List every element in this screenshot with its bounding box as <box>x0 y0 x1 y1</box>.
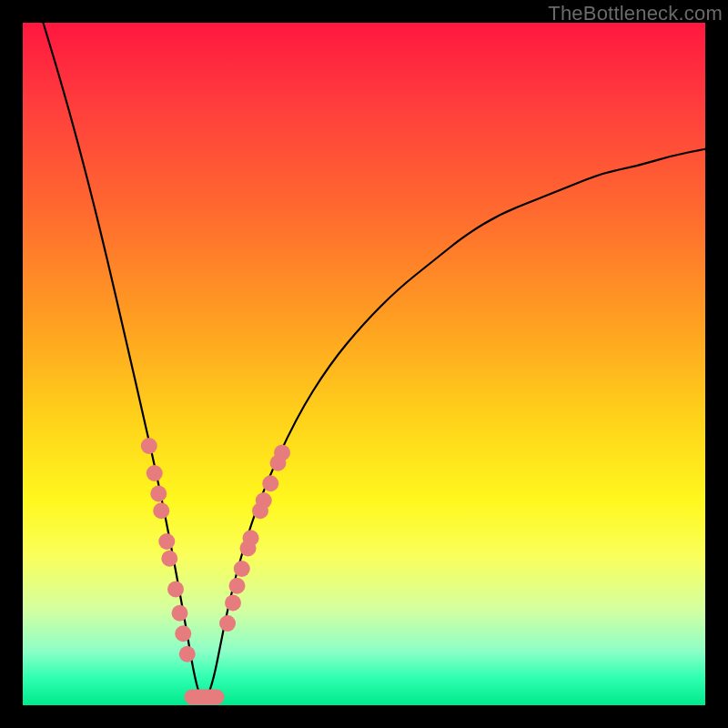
data-point-marker <box>225 595 241 612</box>
data-point-marker <box>147 465 163 481</box>
bottleneck-curve <box>44 23 706 699</box>
watermark-text: TheBottleneck.com <box>548 2 723 25</box>
data-point-marker <box>158 533 175 550</box>
data-point-marker <box>229 578 246 594</box>
data-point-marker <box>161 551 177 567</box>
data-point-marker <box>179 646 196 662</box>
marker-group <box>141 438 290 662</box>
data-point-marker <box>172 605 188 622</box>
data-point-marker <box>150 486 167 502</box>
data-point-marker <box>262 475 278 491</box>
data-point-marker <box>141 438 157 454</box>
data-point-marker <box>256 492 272 509</box>
data-point-marker <box>219 615 236 632</box>
data-point-marker <box>175 625 191 642</box>
data-point-marker <box>274 445 290 461</box>
chart-area <box>23 23 705 705</box>
data-point-marker <box>167 581 184 598</box>
data-point-marker <box>243 530 259 546</box>
data-point-marker <box>234 561 250 577</box>
chart-svg <box>23 23 705 705</box>
data-point-marker <box>153 502 169 519</box>
